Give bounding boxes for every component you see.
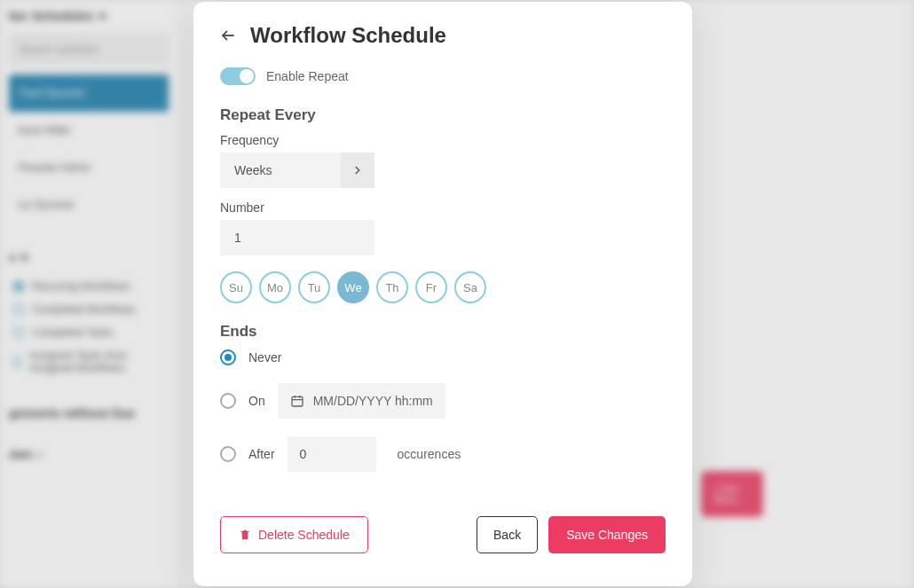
day-tu[interactable]: Tu bbox=[298, 271, 330, 303]
frequency-select[interactable]: Weeks bbox=[220, 153, 341, 188]
back-arrow-icon[interactable] bbox=[220, 27, 236, 43]
number-input[interactable] bbox=[220, 220, 374, 255]
modal-title: Workflow Schedule bbox=[250, 23, 446, 48]
day-fr[interactable]: Fr bbox=[415, 271, 447, 303]
number-label: Number bbox=[220, 200, 666, 215]
ends-after-radio[interactable] bbox=[220, 446, 236, 462]
occurrences-input[interactable] bbox=[288, 436, 376, 472]
enable-repeat-toggle[interactable] bbox=[220, 67, 256, 85]
day-th[interactable]: Th bbox=[376, 271, 408, 303]
day-sa[interactable]: Sa bbox=[454, 271, 486, 303]
repeat-every-heading: Repeat Every bbox=[220, 106, 666, 124]
trash-icon bbox=[239, 529, 251, 541]
enable-repeat-label: Enable Repeat bbox=[266, 69, 349, 83]
ends-after-label: After bbox=[248, 447, 275, 461]
frequency-label: Frequency bbox=[220, 133, 666, 147]
workflow-schedule-modal: Workflow Schedule Enable Repeat Repeat E… bbox=[193, 2, 692, 586]
calendar-icon bbox=[290, 394, 304, 408]
ends-on-label: On bbox=[248, 394, 265, 408]
save-changes-button[interactable]: Save Changes bbox=[548, 516, 666, 553]
delete-button-label: Delete Schedule bbox=[258, 528, 350, 542]
ends-on-date-input[interactable]: MM/DD/YYYY hh:mm bbox=[278, 383, 445, 419]
day-we[interactable]: We bbox=[337, 271, 369, 303]
date-placeholder: MM/DD/YYYY hh:mm bbox=[313, 394, 433, 408]
weekday-picker: Su Mo Tu We Th Fr Sa bbox=[220, 271, 666, 303]
delete-schedule-button[interactable]: Delete Schedule bbox=[220, 516, 368, 553]
day-su[interactable]: Su bbox=[220, 271, 252, 303]
occurrences-suffix: occurences bbox=[398, 447, 461, 461]
ends-on-radio[interactable] bbox=[220, 393, 236, 409]
frequency-open-icon[interactable] bbox=[341, 153, 374, 188]
svg-rect-1 bbox=[292, 396, 303, 406]
back-button[interactable]: Back bbox=[477, 516, 538, 553]
ends-heading: Ends bbox=[220, 323, 666, 341]
ends-never-label: Never bbox=[248, 350, 281, 365]
ends-never-radio[interactable] bbox=[220, 349, 236, 365]
day-mo[interactable]: Mo bbox=[259, 271, 291, 303]
